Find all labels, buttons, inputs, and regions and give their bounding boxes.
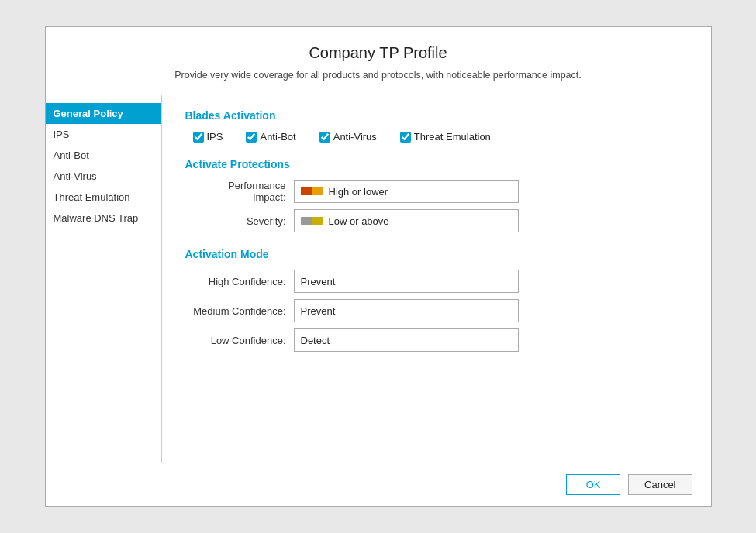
ips-checkbox-label[interactable]: IPS (193, 131, 223, 143)
sidebar-item-malware-dns-trap[interactable]: Malware DNS Trap (46, 208, 161, 229)
antibot-checkbox-text: Anti-Bot (260, 131, 295, 143)
antibot-checkbox-label[interactable]: Anti-Bot (246, 131, 295, 143)
performance-impact-label: Performance Impact: (193, 180, 294, 203)
performance-impact-row: Performance Impact: High or lower (193, 180, 688, 203)
sidebar: General Policy IPS Anti-Bot Anti-Virus T… (46, 95, 162, 463)
dialog-header: Company TP Profile Provide very wide cov… (46, 27, 711, 87)
ips-checkbox[interactable] (193, 132, 204, 143)
medium-confidence-row: Medium Confidence: Prevent (193, 299, 688, 322)
medium-confidence-dropdown[interactable]: Prevent (294, 299, 519, 322)
antibot-checkbox[interactable] (246, 132, 257, 143)
dialog-footer: OK Cancel (46, 463, 711, 506)
high-confidence-label: High Confidence: (193, 276, 294, 287)
dialog: Company TP Profile Provide very wide cov… (45, 26, 712, 507)
sidebar-item-threat-emulation[interactable]: Threat Emulation (46, 187, 161, 208)
threat-emulation-checkbox[interactable] (400, 132, 411, 143)
sidebar-item-general-policy[interactable]: General Policy (46, 103, 161, 124)
severity-value: Low or above (329, 215, 389, 227)
low-confidence-label: Low Confidence: (193, 335, 294, 346)
sidebar-item-anti-virus[interactable]: Anti-Virus (46, 166, 161, 187)
low-confidence-value: Detect (301, 335, 330, 346)
severity-dropdown[interactable]: Low or above (294, 209, 519, 232)
ok-button[interactable]: OK (566, 474, 620, 495)
medium-confidence-label: Medium Confidence: (193, 305, 294, 317)
activate-protections-title: Activate Protections (185, 158, 688, 170)
severity-row: Severity: Low or above (193, 209, 688, 232)
low-confidence-dropdown[interactable]: Detect (294, 328, 519, 352)
activation-mode-section: Activation Mode High Confidence: Prevent… (185, 248, 688, 352)
dialog-title: Company TP Profile (61, 44, 696, 62)
main-content: Blades Activation IPS Anti-Bot Anti-Viru… (162, 95, 711, 463)
cancel-button[interactable]: Cancel (628, 474, 692, 495)
activate-protections-section: Activate Protections Performance Impact:… (185, 158, 688, 232)
dialog-body: General Policy IPS Anti-Bot Anti-Virus T… (46, 95, 711, 463)
severity-color-icon (301, 217, 323, 225)
sidebar-item-anti-bot[interactable]: Anti-Bot (46, 145, 161, 166)
severity-label: Severity: (193, 215, 294, 227)
ips-checkbox-text: IPS (207, 131, 223, 143)
performance-impact-value: High or lower (329, 186, 388, 198)
low-confidence-row: Low Confidence: Detect (193, 328, 688, 352)
blades-activation-section: Blades Activation IPS Anti-Bot Anti-Viru… (185, 109, 688, 143)
medium-confidence-value: Prevent (301, 305, 336, 317)
blades-activation-title: Blades Activation (185, 109, 688, 122)
performance-impact-color-icon (301, 187, 323, 195)
threat-emulation-checkbox-text: Threat Emulation (414, 131, 491, 143)
threat-emulation-checkbox-label[interactable]: Threat Emulation (400, 131, 491, 143)
high-confidence-row: High Confidence: Prevent (193, 270, 688, 293)
antivirus-checkbox-text: Anti-Virus (333, 131, 377, 143)
high-confidence-value: Prevent (301, 276, 336, 287)
sidebar-item-ips[interactable]: IPS (46, 124, 161, 145)
dialog-subtitle: Provide very wide coverage for all produ… (61, 70, 696, 81)
checkboxes-row: IPS Anti-Bot Anti-Virus Threat Emulation (193, 131, 688, 143)
performance-impact-dropdown[interactable]: High or lower (294, 180, 519, 203)
antivirus-checkbox[interactable] (319, 132, 330, 143)
antivirus-checkbox-label[interactable]: Anti-Virus (319, 131, 377, 143)
high-confidence-dropdown[interactable]: Prevent (294, 270, 519, 293)
activation-mode-title: Activation Mode (185, 248, 688, 260)
